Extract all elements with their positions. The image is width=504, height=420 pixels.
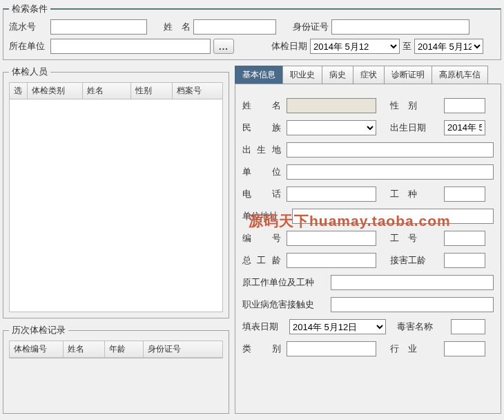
exam-persons-legend: 体检人员 <box>9 66 50 78</box>
form-category-input[interactable] <box>287 341 376 356</box>
tab-basic-info[interactable]: 基本信息 <box>235 66 283 84</box>
form-unit-input[interactable] <box>287 164 494 180</box>
col-sex: 性别 <box>131 83 173 99</box>
form-jobtype-input[interactable] <box>444 187 485 202</box>
tab-bar: 基本信息 职业史 病史 症状 诊断证明 高原机车信 <box>235 66 501 84</box>
form-filldate-label: 填表日期 <box>242 321 284 333</box>
history-panel: 历次体检记录 体检编号 姓名 年龄 身份证号 <box>3 324 229 414</box>
date-to-select[interactable]: 2014年 5月12月 <box>414 39 483 54</box>
form-birthplace-label: 出 生 地 <box>242 144 281 156</box>
exam-persons-panel: 体检人员 选 体检类别 姓名 性别 档案号 <box>3 66 229 318</box>
tab-symptoms[interactable]: 症状 <box>353 66 385 84</box>
form-occhistory-label: 职业病危害接触史 <box>242 298 325 311</box>
tab-medical-history[interactable]: 病史 <box>322 66 353 84</box>
form-birthdate-label: 出生日期 <box>390 122 438 134</box>
form-exposure-label: 接害工龄 <box>390 254 438 267</box>
form-occhistory-input[interactable] <box>331 297 494 312</box>
tab-occupation-history[interactable]: 职业史 <box>282 66 322 84</box>
name-input[interactable] <box>193 19 276 35</box>
name-label: 姓 名 <box>164 21 191 33</box>
basic-info-form: 姓 名 性 别 民 族 出生日期 出 生 地 单 位 电 话 <box>235 84 501 414</box>
col-examno: 体检编号 <box>10 341 64 357</box>
search-legend: 检索条件 <box>9 3 50 15</box>
form-prevwork-input[interactable] <box>331 275 494 290</box>
form-filldate-select[interactable]: 2014年 5月12日 <box>289 319 386 334</box>
history-table-body[interactable] <box>9 358 223 359</box>
form-poison-input[interactable] <box>451 319 485 334</box>
form-exposure-input[interactable] <box>444 253 485 268</box>
col-fileno: 档案号 <box>173 83 222 99</box>
form-industry-label: 行 业 <box>390 343 438 355</box>
history-legend: 历次体检记录 <box>9 324 68 336</box>
form-code-input[interactable] <box>287 231 376 246</box>
form-code-label: 编 号 <box>242 232 281 245</box>
tab-diagnosis[interactable]: 诊断证明 <box>384 66 432 84</box>
col-select: 选 <box>10 83 28 99</box>
col-type: 体检类别 <box>28 83 83 99</box>
form-jobno-label: 工 号 <box>390 232 438 245</box>
form-name-label: 姓 名 <box>242 99 281 112</box>
col-hname: 姓名 <box>64 341 105 357</box>
form-industry-input[interactable] <box>444 341 485 356</box>
form-ethnic-label: 民 族 <box>242 122 281 134</box>
id-input[interactable] <box>331 19 469 35</box>
col-idno: 身份证号 <box>144 341 222 357</box>
form-totalyears-label: 总 工 龄 <box>242 254 281 267</box>
form-sex-input[interactable] <box>444 98 485 113</box>
date-from-select[interactable]: 2014年 5月12 <box>310 39 400 54</box>
form-birthplace-input[interactable] <box>287 142 494 158</box>
persons-table-header: 选 体检类别 姓名 性别 档案号 <box>9 82 223 99</box>
form-name-input[interactable] <box>287 98 376 113</box>
col-name: 姓名 <box>83 83 131 99</box>
history-table-header: 体检编号 姓名 年龄 身份证号 <box>9 341 223 358</box>
form-phone-input[interactable] <box>287 187 376 202</box>
id-label: 身份证号 <box>293 21 329 33</box>
org-input[interactable] <box>50 39 211 54</box>
serial-input[interactable] <box>50 19 147 35</box>
form-totalyears-input[interactable] <box>287 253 376 268</box>
col-age: 年龄 <box>105 341 144 357</box>
org-browse-button[interactable]: ... <box>213 39 234 54</box>
form-sex-label: 性 别 <box>390 99 438 112</box>
form-unitaddr-input[interactable] <box>292 209 494 224</box>
form-ethnic-select[interactable] <box>287 120 376 135</box>
form-prevwork-label: 原工作单位及工种 <box>242 276 325 289</box>
form-unit-label: 单 位 <box>242 166 281 178</box>
form-phone-label: 电 话 <box>242 188 281 200</box>
org-label: 所在单位 <box>9 40 48 52</box>
form-jobno-input[interactable] <box>444 231 485 246</box>
form-birthdate-input[interactable] <box>444 120 485 135</box>
exam-date-label: 体检日期 <box>271 40 307 52</box>
form-jobtype-label: 工 种 <box>390 188 438 200</box>
search-criteria: 检索条件 流水号 姓 名 身份证号 所在单位 ... 体检日期 2014年 5月… <box>3 3 501 60</box>
form-unitaddr-label: 单位地址 <box>242 210 287 222</box>
serial-label: 流水号 <box>9 21 48 33</box>
to-label: 至 <box>403 40 411 52</box>
form-poison-label: 毒害名称 <box>397 321 445 333</box>
form-category-label: 类 别 <box>242 343 281 355</box>
persons-table-body[interactable] <box>9 99 223 312</box>
tab-plateau[interactable]: 高原机车信 <box>432 66 488 84</box>
